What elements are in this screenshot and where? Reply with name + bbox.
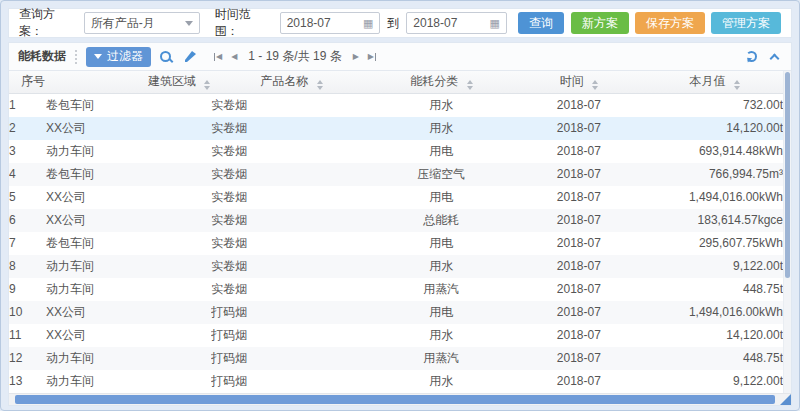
filter-button-label: 过滤器 — [107, 48, 143, 65]
query-plan-label: 查询方案： — [19, 6, 77, 40]
new-plan-button[interactable]: 新方案 — [571, 12, 629, 34]
calendar-icon[interactable]: ▦ — [363, 18, 373, 29]
sort-icon — [317, 80, 323, 90]
table-row[interactable]: 5 XX公司 实卷烟 用电 2018-07 1,494,016.00kWh — [9, 186, 783, 209]
table-row[interactable]: 4 卷包车间 实卷烟 压缩空气 2018-07 766,994.75m³ — [9, 163, 783, 186]
table-row[interactable]: 9 动力车间 实卷烟 用蒸汽 2018-07 448.75t — [9, 278, 783, 301]
first-page-icon[interactable]: ◀ — [214, 53, 222, 61]
table-header-row: 序号 建筑区域 产品名称 能耗分类 — [9, 71, 783, 93]
vertical-scrollbar-thumb[interactable] — [785, 72, 790, 278]
column-header-area[interactable]: 建筑区域 — [46, 71, 211, 93]
table-row[interactable]: 10 XX公司 打码烟 用电 2018-07 1,494,016.00kWh — [9, 301, 783, 324]
table-body: 1 卷包车间 实卷烟 用水 2018-07 732.00t 2 XX公司 实卷烟… — [9, 93, 783, 393]
column-header-time[interactable]: 时间 — [511, 71, 646, 93]
toolbar-icon-group — [160, 50, 197, 63]
table-row[interactable]: 2 XX公司 实卷烟 用水 2018-07 14,120.00t — [9, 117, 783, 140]
table-row[interactable]: 1 卷包车间 实卷烟 用水 2018-07 732.00t — [9, 93, 783, 117]
plan-action-buttons: 新方案 保存方案 管理方案 — [571, 12, 781, 34]
table-row[interactable]: 7 卷包车间 实卷烟 用电 2018-07 295,607.75kWh — [9, 232, 783, 255]
resize-grip-icon[interactable] — [780, 394, 791, 405]
app-window: 查询方案： 所有产品-月 时间范围： 2018-07 ▦ 到 2018-07 ▦… — [0, 0, 800, 411]
query-plan-value: 所有产品-月 — [91, 15, 155, 32]
table-row[interactable]: 3 动力车间 实卷烟 用电 2018-07 693,914.48kWh — [9, 140, 783, 163]
query-bar: 查询方案： 所有产品-月 时间范围： 2018-07 ▦ 到 2018-07 ▦… — [8, 8, 792, 38]
horizontal-scrollbar[interactable] — [9, 393, 791, 405]
search-icon[interactable] — [160, 51, 172, 63]
query-button[interactable]: 查询 — [518, 12, 564, 34]
collapse-panel-icon[interactable] — [770, 53, 780, 63]
vertical-scrollbar[interactable] — [783, 71, 791, 393]
funnel-icon — [94, 54, 102, 63]
column-header-value[interactable]: 本月值 — [646, 71, 783, 93]
column-header-seq[interactable]: 序号 — [9, 71, 46, 93]
table-row[interactable]: 6 XX公司 实卷烟 总能耗 2018-07 183,614.57kgce — [9, 209, 783, 232]
energy-data-table: 序号 建筑区域 产品名称 能耗分类 — [9, 71, 783, 393]
pagination: ◀ ◀ 1 - 19 条/共 19 条 ▶ ▶ — [214, 48, 376, 65]
to-label: 到 — [387, 15, 399, 32]
pagination-info: 1 - 19 条/共 19 条 — [248, 48, 341, 65]
table-row[interactable]: 11 XX公司 打码烟 用水 2018-07 14,120.00t — [9, 324, 783, 347]
column-header-category[interactable]: 能耗分类 — [371, 71, 511, 93]
table-row[interactable]: 13 动力车间 打码烟 用水 2018-07 9,122.00t — [9, 370, 783, 393]
calendar-icon[interactable]: ▦ — [490, 18, 500, 29]
drag-handle[interactable] — [75, 50, 77, 64]
save-plan-button[interactable]: 保存方案 — [635, 12, 705, 34]
time-range-label: 时间范围： — [215, 6, 273, 40]
panel-title: 能耗数据 — [18, 48, 66, 65]
sort-icon — [204, 80, 210, 90]
column-header-product[interactable]: 产品名称 — [211, 71, 371, 93]
date-from-input[interactable]: 2018-07 ▦ — [280, 12, 381, 34]
grid-toolbar: 能耗数据 过滤器 ◀ ◀ 1 - 19 条/共 19 条 ▶ ▶ — [9, 43, 791, 71]
table-row[interactable]: 8 动力车间 实卷烟 用水 2018-07 9,122.00t — [9, 255, 783, 278]
refresh-icon[interactable] — [746, 51, 757, 62]
sort-icon — [734, 80, 740, 90]
date-to-value: 2018-07 — [413, 16, 457, 30]
date-to-input[interactable]: 2018-07 ▦ — [406, 12, 507, 34]
sort-icon — [467, 80, 473, 90]
toolbar-right-icons — [746, 51, 782, 62]
horizontal-scrollbar-thumb[interactable] — [15, 395, 775, 404]
brush-icon[interactable] — [184, 50, 197, 63]
sort-icon — [592, 80, 598, 90]
grid-body: 序号 建筑区域 产品名称 能耗分类 — [9, 71, 791, 393]
next-page-icon[interactable]: ▶ — [353, 53, 359, 61]
filter-button[interactable]: 过滤器 — [86, 47, 151, 67]
data-grid-panel: 能耗数据 过滤器 ◀ ◀ 1 - 19 条/共 19 条 ▶ ▶ — [8, 42, 792, 406]
manage-plan-button[interactable]: 管理方案 — [711, 12, 781, 34]
date-from-value: 2018-07 — [287, 16, 331, 30]
last-page-icon[interactable]: ▶ — [368, 53, 376, 61]
chevron-down-icon — [185, 21, 193, 30]
prev-page-icon[interactable]: ◀ — [231, 53, 237, 61]
table-row[interactable]: 12 动力车间 打码烟 用蒸汽 2018-07 448.75t — [9, 347, 783, 370]
query-plan-select[interactable]: 所有产品-月 — [84, 12, 200, 34]
